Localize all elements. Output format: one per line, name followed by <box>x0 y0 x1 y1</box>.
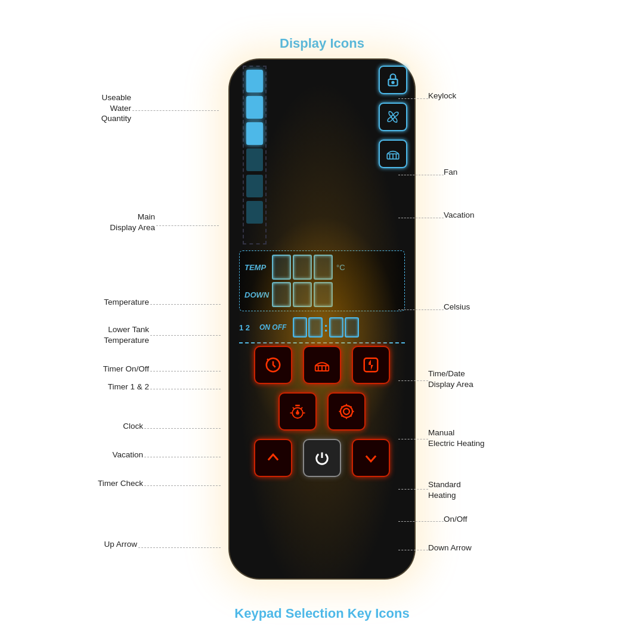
water-seg-6 <box>246 201 263 224</box>
keylock-icon <box>379 66 407 94</box>
label-main-display: MainDisplay Area <box>83 212 155 233</box>
label-lower-tank: Lower TankTemperature <box>54 324 149 345</box>
time-digits: : <box>293 317 359 338</box>
label-down-arrow: Down Arrow <box>428 543 472 553</box>
down-row: DOWN <box>244 282 400 307</box>
device-body: TEMP °C DOWN 1 2 ON <box>230 60 414 578</box>
onoff-label: ON OFF <box>259 323 290 332</box>
svg-point-14 <box>296 412 299 414</box>
power-button[interactable] <box>303 439 341 477</box>
time-colon: : <box>324 321 328 334</box>
svg-point-1 <box>392 82 394 83</box>
time-digit-2 <box>308 317 323 338</box>
svg-line-17 <box>293 407 295 409</box>
manual-electric-button[interactable] <box>352 346 390 384</box>
vacation-button[interactable] <box>303 346 341 384</box>
timer-numbers: 1 2 <box>239 323 257 332</box>
down-digit-3 <box>314 282 333 307</box>
time-digit-3 <box>329 317 343 338</box>
down-label: DOWN <box>244 290 270 299</box>
svg-line-18 <box>301 407 303 409</box>
timer-check-button[interactable] <box>278 392 317 431</box>
timer-display-row: 1 2 ON OFF : <box>239 317 405 338</box>
label-celsius: Celsius <box>444 302 470 312</box>
water-seg-4 <box>246 148 263 171</box>
label-useable-water: UseableWaterQuantity <box>60 92 131 124</box>
label-clock: Clock <box>95 421 143 432</box>
svg-point-2 <box>391 115 394 118</box>
label-keylock: Keylock <box>428 91 456 101</box>
label-onoff: On/Off <box>444 514 467 525</box>
water-seg-3 <box>246 122 263 145</box>
down-arrow-button[interactable] <box>352 439 390 477</box>
time-digit-4 <box>345 317 359 338</box>
label-up-arrow: Up Arrow <box>72 539 137 550</box>
temp-label: TEMP <box>244 263 270 272</box>
keypad-row-3 <box>239 439 405 477</box>
temp-digit-1 <box>272 255 291 280</box>
label-manual-electric: ManualElectric Heating <box>428 428 485 448</box>
keypad-row-1 <box>239 346 405 384</box>
svg-line-28 <box>342 416 343 417</box>
temp-row: TEMP °C <box>244 255 400 280</box>
clock-button[interactable] <box>254 346 292 384</box>
down-digits <box>272 282 333 307</box>
label-time-date: Time/DateDisplay Area <box>428 369 473 389</box>
keypad-section <box>239 346 405 485</box>
up-arrow-button[interactable] <box>254 439 292 477</box>
display-icons-title: Display Icons <box>280 36 364 51</box>
temp-digit-2 <box>293 255 312 280</box>
fan-icon <box>379 103 407 131</box>
label-temperature: Temperature <box>54 297 149 308</box>
svg-point-20 <box>343 408 349 414</box>
label-vacation-key: Vacation <box>89 450 143 460</box>
water-quantity-bar <box>243 66 267 244</box>
display-icons-column <box>379 66 407 168</box>
keypad-icons-title: Keypad Selection Key Icons <box>234 606 409 621</box>
label-vacation-display: Vacation <box>444 210 475 221</box>
temp-digit-3 <box>314 255 333 280</box>
label-fan: Fan <box>444 167 457 178</box>
time-digit-1 <box>293 317 307 338</box>
water-seg-1 <box>246 70 263 92</box>
label-timer-12: Timer 1 & 2 <box>54 382 149 392</box>
display-keypad-separator <box>239 342 405 343</box>
page: Display Icons <box>0 0 644 644</box>
vacation-icon-display <box>379 140 407 168</box>
label-timer-check: Timer Check <box>72 478 143 489</box>
keypad-row-2 <box>239 392 405 431</box>
temperature-display-area: TEMP °C DOWN <box>239 250 405 311</box>
celsius-symbol: °C <box>336 263 345 272</box>
water-seg-2 <box>246 96 263 119</box>
svg-line-25 <box>342 407 343 408</box>
down-digit-2 <box>293 282 312 307</box>
water-seg-5 <box>246 175 263 197</box>
svg-line-27 <box>351 407 352 408</box>
temp-digits <box>272 255 333 280</box>
label-standard-heating: StandardHeating <box>428 479 461 500</box>
svg-line-26 <box>351 416 352 417</box>
label-timer-onoff: Timer On/Off <box>54 364 149 374</box>
standard-heating-button[interactable] <box>327 392 366 431</box>
down-digit-1 <box>272 282 291 307</box>
